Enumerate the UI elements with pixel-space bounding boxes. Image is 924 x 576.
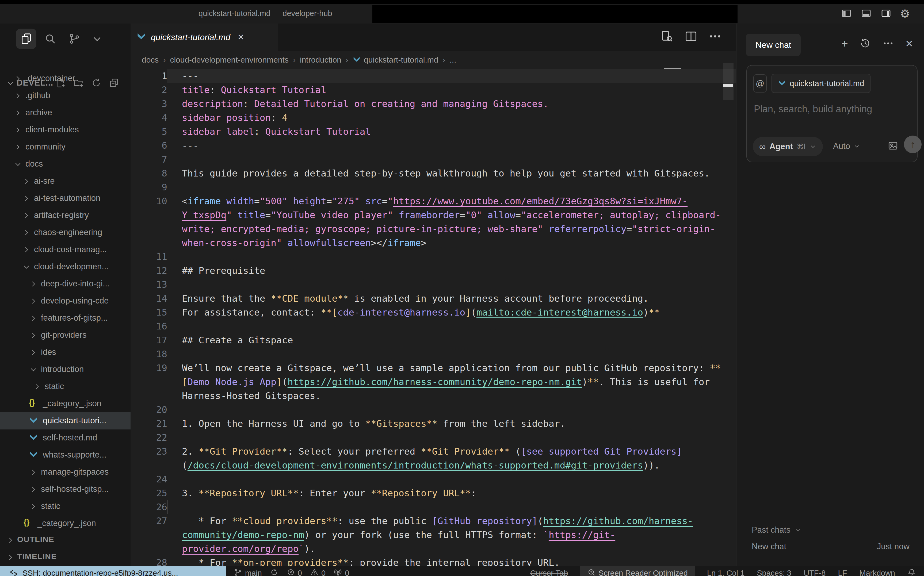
- code-line[interactable]: 22: [131, 430, 736, 445]
- tree-item--category-json[interactable]: {}_category_.json: [0, 395, 131, 412]
- status-markdown[interactable]: Markdown: [859, 566, 895, 576]
- code-line[interactable]: 15For assistance, contact: **[cde-intere…: [131, 306, 736, 319]
- code-line[interactable]: 14Ensure that the **CDE module** is enab…: [131, 291, 736, 306]
- toggle-panel-icon[interactable]: [860, 8, 872, 20]
- mention-button[interactable]: @: [753, 74, 767, 93]
- code-editor[interactable]: 1---2title: Quickstart Tutorial3descript…: [131, 69, 736, 566]
- breadcrumb[interactable]: docs›cloud-development-environments›intr…: [131, 51, 736, 69]
- code-line[interactable]: 3description: Detailed Tutorial on creat…: [131, 97, 736, 111]
- code-line[interactable]: 10<iframe width="500" height="275" src="…: [131, 194, 736, 208]
- code-line[interactable]: 13: [131, 278, 736, 291]
- model-selector[interactable]: Auto: [833, 141, 860, 151]
- status-ln-1-col-1[interactable]: Ln 1, Col 1: [707, 566, 745, 576]
- remote-indicator[interactable]: SSH: documentation-repo-e5ifp9-8rzze4.us…: [0, 566, 226, 576]
- code-line[interactable]: 6---: [131, 139, 736, 152]
- open-preview-icon[interactable]: [660, 29, 674, 45]
- breadcrumb-item[interactable]: docs: [142, 55, 159, 64]
- breadcrumb-item[interactable]: cloud-development-environments: [170, 55, 289, 64]
- tree-item-artifact-registry[interactable]: artifact-registry: [0, 207, 131, 224]
- status-screen-reader-optimized[interactable]: Screen Reader Optimized: [580, 566, 695, 576]
- status-0[interactable]: 0: [287, 566, 302, 576]
- code-line[interactable]: 253. **Repository URL**: Enter your **Re…: [131, 486, 736, 500]
- code-line[interactable]: (/docs/cloud-development-environments/in…: [131, 458, 736, 472]
- tree-item-self-hosted-md[interactable]: self-hosted.md: [0, 429, 131, 446]
- code-line[interactable]: 16: [131, 319, 736, 333]
- code-line[interactable]: 1---: [131, 69, 736, 83]
- tree-item-introduction[interactable]: introduction: [0, 361, 131, 378]
- status-cursor-tab[interactable]: Cursor Tab: [530, 566, 568, 576]
- chat-history-icon[interactable]: [859, 37, 871, 50]
- chat-input-card[interactable]: @ quickstart-tutorial.md Plan, search, b…: [746, 65, 918, 162]
- code-line[interactable]: 26: [131, 500, 736, 514]
- code-line[interactable]: 12## Prerequisite: [131, 264, 736, 278]
- code-line[interactable]: 211. Open the Harness UI and go to **Git…: [131, 417, 736, 430]
- split-editor-icon[interactable]: [684, 29, 698, 45]
- past-chats-toggle[interactable]: Past chats: [752, 525, 802, 535]
- status-lf[interactable]: LF: [838, 566, 847, 576]
- tree-item-chaos-engineering[interactable]: chaos-engineering: [0, 224, 131, 241]
- tree-item-cloud-developmen-[interactable]: cloud-developmen...: [0, 258, 131, 275]
- toggle-primary-sidebar-icon[interactable]: [841, 8, 852, 20]
- code-line[interactable]: 20: [131, 403, 736, 417]
- chat-more-icon[interactable]: [882, 37, 894, 50]
- send-button[interactable]: ↑: [904, 136, 922, 153]
- tree-item--category-json[interactable]: {}_category_.json: [0, 515, 131, 532]
- code-line[interactable]: Harness-Hosted Gitspaces.: [131, 389, 736, 403]
- code-line[interactable]: write; encrypted-media; gyroscope; pictu…: [131, 222, 736, 236]
- code-line[interactable]: 9: [131, 180, 736, 194]
- tree-item-ai-sre[interactable]: ai-sre: [0, 173, 131, 190]
- tab-close-icon[interactable]: ✕: [237, 32, 245, 42]
- breadcrumb-item[interactable]: quickstart-tutorial.md: [364, 55, 438, 64]
- tree-item--devcontainer[interactable]: .devcontainer: [0, 70, 131, 87]
- status-utf-8[interactable]: UTF-8: [804, 566, 826, 576]
- past-chat-item[interactable]: New chat: [752, 542, 786, 551]
- status-0[interactable]: 0: [333, 566, 349, 576]
- editor-more-actions-icon[interactable]: [708, 29, 722, 45]
- code-line[interactable]: 24: [131, 472, 736, 486]
- code-line[interactable]: 18: [131, 347, 736, 361]
- status-spaces-3[interactable]: Spaces: 3: [757, 566, 791, 576]
- activity-more-icon[interactable]: [87, 29, 107, 49]
- code-line[interactable]: 2title: Quickstart Tutorial: [131, 83, 736, 97]
- tree-item-deep-dive-into-gi-[interactable]: deep-dive-into-gi...: [0, 275, 131, 293]
- editor-scrollbar[interactable]: [723, 63, 733, 100]
- code-line[interactable]: Y_txspDq" title="YouTube video player" f…: [131, 208, 736, 222]
- chat-close-icon[interactable]: ✕: [905, 38, 913, 50]
- timeline-section[interactable]: TIMELINE: [0, 549, 131, 566]
- tree-item-cloud-cost-manag-[interactable]: cloud-cost-manag...: [0, 241, 131, 258]
- code-line[interactable]: community/demo-repo-nm) or your fork (us…: [131, 528, 736, 542]
- code-line[interactable]: 8This guide provides a detailed step-by-…: [131, 166, 736, 180]
- tree-item-quickstart-tutori-[interactable]: quickstart-tutori...: [0, 412, 131, 429]
- tree-item-whats-supporte-[interactable]: whats-supporte...: [0, 446, 131, 464]
- breadcrumb-item[interactable]: ...: [450, 55, 456, 64]
- settings-gear-icon[interactable]: ⚙: [900, 8, 910, 19]
- tree-item-static[interactable]: static: [0, 378, 131, 395]
- explorer-icon[interactable]: [16, 29, 36, 49]
- tree-item-ides[interactable]: ides: [0, 344, 131, 361]
- code-line[interactable]: 232. **Git Provider**: Select your prefe…: [131, 445, 736, 458]
- tree-item-community[interactable]: community: [0, 139, 131, 156]
- tree-item-archive[interactable]: archive: [0, 104, 131, 122]
- agent-mode-selector[interactable]: ∞ Agent ⌘I: [753, 137, 823, 156]
- toggle-secondary-sidebar-icon[interactable]: [880, 8, 892, 20]
- tree-item-features-of-gitsp-[interactable]: features-of-gitsp...: [0, 310, 131, 327]
- tree-item-develop-using-cde[interactable]: develop-using-cde: [0, 293, 131, 310]
- tree-item-self-hosted-gitsp-[interactable]: self-hosted-gitsp...: [0, 481, 131, 498]
- breadcrumb-item[interactable]: introduction: [300, 55, 341, 64]
- context-pill[interactable]: quickstart-tutorial.md: [772, 74, 871, 93]
- tree-item-manage-gitspaces[interactable]: manage-gitspaces: [0, 464, 131, 481]
- code-line[interactable]: when-cross-origin" allowfullscreen></ifr…: [131, 236, 736, 250]
- chat-input[interactable]: Plan, search, build anything: [754, 104, 872, 115]
- code-line[interactable]: provider.com/org/repo`).: [131, 542, 736, 556]
- new-chat-plus-icon[interactable]: +: [841, 38, 848, 50]
- tree-item--github[interactable]: .github: [0, 87, 131, 104]
- tree-item-git-providers[interactable]: git-providers: [0, 327, 131, 344]
- status-0[interactable]: 0: [310, 566, 325, 576]
- tree-item-client-modules[interactable]: client-modules: [0, 122, 131, 139]
- tab-quickstart-tutorial[interactable]: quickstart-tutorial.md ✕: [131, 24, 278, 51]
- code-line[interactable]: 4sidebar_position: 4: [131, 111, 736, 125]
- tree-item-ai-test-automation[interactable]: ai-test-automation: [0, 190, 131, 207]
- code-line[interactable]: 19We’ll now create a Gitspace, we’ll use…: [131, 361, 736, 375]
- code-line[interactable]: 5sidebar_label: Quickstart Tutorial: [131, 125, 736, 139]
- chat-title-tab[interactable]: New chat: [746, 34, 801, 56]
